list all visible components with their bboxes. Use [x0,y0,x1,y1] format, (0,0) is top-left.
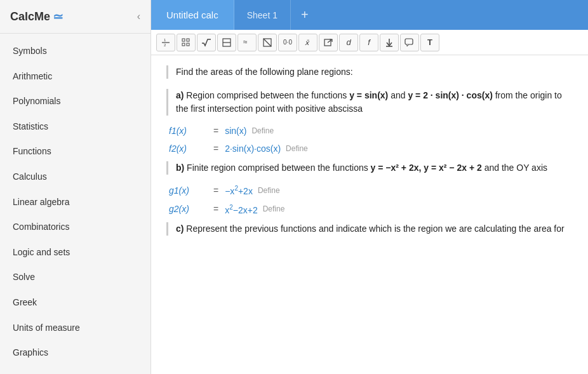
sidebar-item-functions[interactable]: Functions [0,139,150,164]
svg-line-11 [264,39,271,46]
intro-text: Find the areas of the following plane re… [176,65,573,79]
speech-toolbar-btn[interactable] [400,34,419,51]
g2-define[interactable]: Define [263,204,285,213]
intro-text-block: Find the areas of the following plane re… [166,65,573,79]
sidebar-item-graphics[interactable]: Graphics [0,340,150,366]
active-tab[interactable]: Untitled calc [151,0,234,30]
sqrt-toolbar-btn[interactable] [197,34,216,51]
g1-body: −x2+2x [225,185,253,196]
g1-define[interactable]: Define [258,186,280,195]
g2-name: g2(x) [169,204,207,214]
down-arrow-toolbar-btn[interactable] [380,34,399,51]
f2-body: 2·sin(x)·cos(x) [225,144,281,154]
f1-name: f1(x) [169,126,207,136]
sidebar-logo: CalcMe ≃ [10,9,63,24]
g2-body: x2−2x+2 [225,204,258,215]
section-c-text: c) Represent the previous functions and … [176,222,573,236]
content-area: Find the areas of the following plane re… [151,55,588,374]
f1-eq: = [213,126,218,136]
bracket-toolbar-btn[interactable] [217,34,236,51]
svg-line-14 [328,39,332,43]
svg-text:2: 2 [164,43,166,47]
section-a-desc: Region comprised between the functions y… [176,90,562,114]
f2-name: f2(x) [169,144,207,154]
fraction-toolbar-btn[interactable]: 12 [156,34,175,51]
f-op-toolbar-btn[interactable]: f [359,34,378,51]
svg-text:≈: ≈ [243,38,248,46]
svg-rect-4 [187,39,189,41]
svg-text:1: 1 [164,38,166,42]
sidebar-item-calculus[interactable]: Calculus [0,164,150,190]
section-b-block: b) Finite region comprised between the f… [166,161,573,175]
section-c-desc: Represent the previous functions and ind… [186,224,564,234]
logo-symbol: ≃ [53,9,63,24]
section-b-text: b) Finite region comprised between the f… [176,161,573,175]
sidebar-header: CalcMe ≃ ‹ [0,0,150,34]
sidebar-item-greek[interactable]: Greek [0,290,150,316]
f2-define[interactable]: Define [286,144,308,153]
svg-text:x̄: x̄ [305,39,310,46]
sidebar-item-solve[interactable]: Solve [0,265,150,290]
section-b-desc: Finite region comprised between the func… [187,163,547,173]
sheet-tab[interactable]: Sheet 1 [234,0,291,30]
x-bar-toolbar-btn[interactable]: x̄ [298,34,317,51]
sidebar-item-polynomials[interactable]: Polynomials [0,89,150,114]
g1-name: g1(x) [169,185,207,196]
svg-rect-6 [187,43,189,46]
f1-define[interactable]: Define [251,126,274,135]
sidebar-nav: SymbolsArithmeticPolynomialsStatisticsFu… [0,34,150,374]
section-c-block: c) Represent the previous functions and … [166,222,573,236]
section-a-label: a) [176,90,184,100]
matrix-toolbar-btn[interactable] [177,34,196,51]
sidebar-item-linear-algebra[interactable]: Linear algebra [0,190,150,215]
g1-eq: = [213,185,218,196]
sidebar-collapse-button[interactable]: ‹ [137,11,140,22]
g2-eq: = [213,204,218,214]
logo-text: CalcMe [10,10,50,23]
section-b-label: b) [176,163,184,173]
sidebar-item-arithmetic[interactable]: Arithmetic [0,64,150,90]
sidebar-item-units-of-measure[interactable]: Units of measure [0,316,150,341]
f1-row: f1(x) = sin(x) Define [166,126,573,136]
sidebar-item-combinatorics[interactable]: Combinatorics [0,215,150,240]
cross-toolbar-btn[interactable] [258,34,277,51]
svg-rect-5 [182,43,185,46]
T-op-toolbar-btn[interactable]: T [420,34,439,51]
box-arrow-toolbar-btn[interactable] [319,34,338,51]
d-op-toolbar-btn[interactable]: d [339,34,358,51]
section-a-block: a) Region comprised between the function… [166,89,573,116]
g1-row: g1(x) = −x2+2x Define [166,185,573,196]
g2-row: g2(x) = x2−2x+2 Define [166,204,573,215]
sidebar-item-statistics[interactable]: Statistics [0,114,150,140]
sidebar: CalcMe ≃ ‹ SymbolsArithmeticPolynomialsS… [0,0,151,374]
approx-toolbar-btn[interactable]: ≈ [237,34,257,51]
f2-row: f2(x) = 2·sin(x)·cos(x) Define [166,144,573,154]
sidebar-item-logic-and-sets[interactable]: Logic and sets [0,240,150,265]
section-c-label: c) [176,224,184,234]
main-area: Untitled calc Sheet 1 + 12≈0·0x̄dfT Find… [151,0,588,374]
toolbar: 12≈0·0x̄dfT [151,30,588,55]
add-tab-button[interactable]: + [291,0,319,30]
svg-rect-3 [182,39,185,41]
tab-bar: Untitled calc Sheet 1 + [151,0,588,30]
f1-body: sin(x) [225,126,246,136]
sidebar-item-symbols[interactable]: Symbols [0,39,150,64]
f2-eq: = [213,144,218,154]
svg-rect-17 [405,39,413,44]
00-toolbar-btn[interactable]: 0·0 [278,34,297,51]
section-a-text: a) Region comprised between the function… [176,89,573,116]
